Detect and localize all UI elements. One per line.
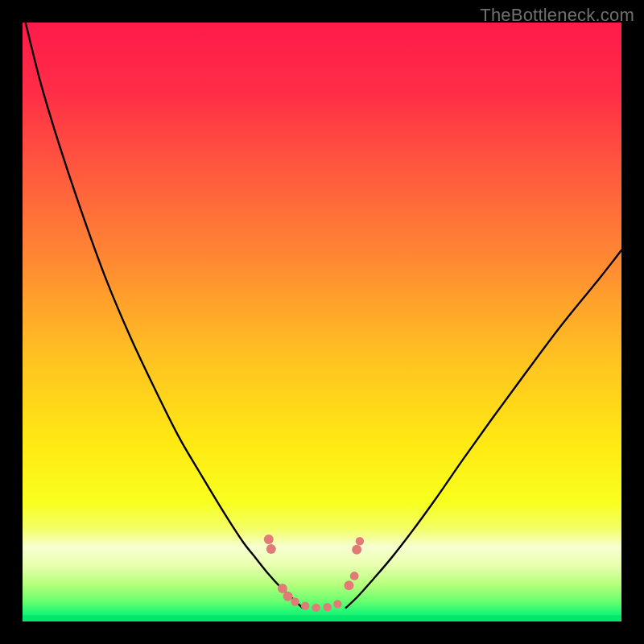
marker-dot: [333, 600, 341, 608]
chart-svg: [23, 23, 621, 621]
marker-dot: [344, 580, 353, 590]
gradient-background: [23, 23, 621, 621]
marker-dot: [291, 597, 299, 605]
marker-dot: [278, 584, 287, 593]
marker-dot: [266, 544, 276, 554]
marker-dot: [352, 545, 361, 555]
marker-dot: [283, 592, 293, 601]
marker-dot: [312, 604, 320, 612]
plot-area: [23, 23, 621, 621]
marker-dot: [264, 535, 274, 544]
marker-dot: [301, 601, 309, 609]
marker-dot: [356, 537, 364, 545]
outer-border: TheBottleneck.com: [0, 0, 644, 644]
watermark-text: TheBottleneck.com: [480, 5, 634, 26]
svg-rect-0: [23, 616, 621, 621]
marker-dot: [324, 603, 332, 611]
marker-dot: [350, 572, 359, 580]
green-floor: [23, 616, 621, 621]
